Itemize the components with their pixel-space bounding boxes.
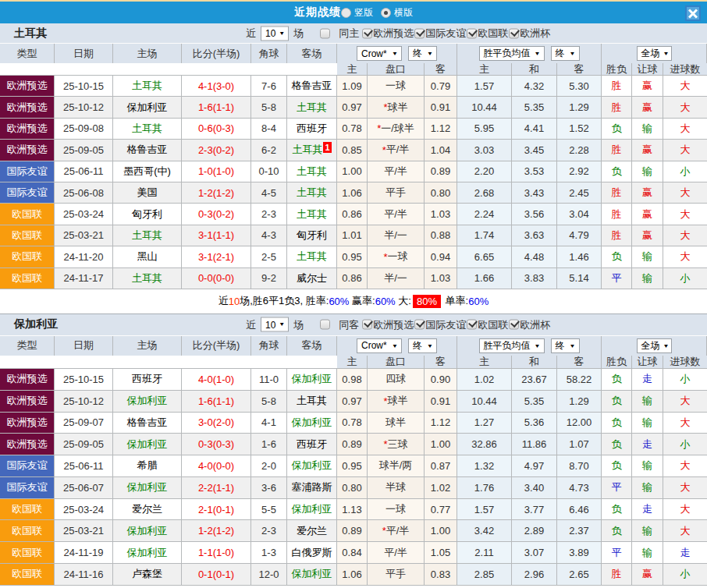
competition-label[interactable]: 欧洲杯	[520, 317, 550, 331]
cell-date: 24-11-19	[55, 542, 113, 563]
avg-source-select[interactable]: 胜平负均值▼	[479, 338, 545, 353]
odds-select-group: Crow*▼终▼	[337, 336, 457, 356]
horizontal-layout-radio[interactable]	[381, 8, 391, 18]
cell-result-handicap: 赢	[632, 97, 663, 117]
cell-result-handicap: 输	[632, 520, 663, 541]
cell-avg-home-odds: 6.65	[457, 246, 512, 267]
summary-part: 单率:	[442, 294, 468, 308]
competition-checkbox[interactable]	[414, 28, 425, 38]
competition-label[interactable]: 欧洲预选	[373, 27, 414, 41]
cell-result-goals: 走	[663, 542, 707, 563]
cell-corners: 8-4	[251, 119, 287, 139]
cell-avg-away-odds: 1.29	[557, 391, 602, 412]
cell-result-handicap: 输	[632, 477, 663, 498]
cell-avg-away-odds: 3.04	[557, 204, 602, 224]
table-row: 欧洲预选25-10-12保加利亚1-6(1-1)5-8土耳其0.97*球半0.9…	[0, 391, 707, 413]
odds-source-select[interactable]: Crow*▼	[357, 46, 402, 61]
same-side-checkbox[interactable]	[320, 320, 330, 330]
chevron-down-icon: ▼	[427, 50, 433, 56]
cell-avg-away-odds: 4.79	[557, 225, 602, 246]
chevron-down-icon: ▼	[663, 50, 670, 56]
cell-handicap-line: *平/半	[368, 520, 425, 541]
cell-result-goals: 大	[663, 499, 707, 520]
cell-date: 25-10-12	[55, 97, 113, 117]
cell-result-goals: 大	[663, 182, 707, 203]
cell-corners: 7-6	[251, 76, 287, 96]
cell-handicap-away-odds: 0.83	[425, 564, 457, 585]
cell-competition-type: 欧洲预选	[0, 119, 55, 139]
cell-result-handicap: 走	[632, 434, 663, 455]
cell-result-outcome: 平	[602, 542, 632, 563]
close-icon[interactable]	[685, 5, 701, 21]
sub-column-header: 客	[557, 356, 602, 368]
cell-handicap-line: 半/一	[368, 225, 425, 246]
competition-checkbox[interactable]	[362, 28, 372, 38]
competition-label[interactable]: 国际友谊	[425, 317, 466, 331]
vertical-layout-label[interactable]: 竖版	[354, 6, 373, 19]
summary-row: 近10场,胜6平1负3, 胜率:60% 赢率:60% 大:80% 单率:60%	[0, 289, 707, 313]
competition-checkbox[interactable]	[467, 320, 477, 330]
recent-count-select[interactable]: 10▼	[261, 317, 289, 332]
cell-away-team: 土耳其	[287, 161, 337, 182]
odds-select-group: Crow*▼终▼	[337, 44, 457, 63]
competition-checkbox[interactable]	[509, 320, 519, 330]
table-row: 欧国联24-11-19保加利亚1-1(1-0)1-3白俄罗斯0.84平/半1.0…	[0, 542, 707, 564]
sub-column-header: 和	[512, 356, 557, 368]
scope-select[interactable]: 全场▼	[637, 338, 672, 353]
cell-result-outcome: 负	[602, 369, 632, 390]
cell-avg-away-odds: 1.07	[557, 434, 602, 455]
competition-label[interactable]: 欧洲杯	[520, 27, 550, 41]
cell-home-team: 墨西哥(中)	[113, 161, 182, 182]
sub-column-header: 让球	[632, 356, 663, 368]
competition-checkbox[interactable]	[509, 28, 519, 38]
cell-avg-draw-odds: 23.67	[512, 369, 557, 390]
odds-time-select[interactable]: 终▼	[408, 46, 437, 61]
horizontal-layout-label[interactable]: 横版	[394, 6, 413, 19]
cell-avg-home-odds: 2.24	[457, 204, 512, 224]
cell-avg-home-odds: 2.68	[457, 182, 512, 203]
competition-label[interactable]: 欧国联	[478, 27, 508, 41]
cell-home-team: 卢森堡	[113, 564, 182, 585]
cell-away-team: 保加利亚	[287, 413, 337, 434]
cell-avg-away-odds: 4.73	[557, 477, 602, 498]
cell-score: 0-6(0-3)	[182, 119, 251, 139]
odds-time-select[interactable]: 终▼	[408, 338, 437, 353]
avg-time-select[interactable]: 终▼	[551, 46, 580, 61]
scope-select[interactable]: 全场▼	[637, 46, 672, 61]
competition-checkbox[interactable]	[467, 28, 477, 38]
competition-checkbox[interactable]	[414, 320, 425, 330]
chevron-down-icon: ▼	[392, 342, 398, 349]
same-side-label[interactable]: 同客	[339, 317, 359, 331]
avg-select-group: 胜平负均值▼终▼	[457, 44, 602, 63]
sub-column-header: 客	[425, 356, 457, 368]
vertical-layout-radio[interactable]	[341, 8, 351, 18]
competition-label[interactable]: 欧国联	[478, 317, 508, 331]
cell-score: 0-0(0-0)	[182, 268, 251, 289]
cell-home-team: 希腊	[113, 455, 182, 476]
cell-handicap-away-odds: 1.03	[425, 204, 457, 224]
scope-select-value: 全场	[641, 339, 660, 352]
competition-label[interactable]: 欧洲预选	[373, 317, 414, 331]
recent-count-select[interactable]: 10▼	[261, 26, 289, 41]
avg-time-select[interactable]: 终▼	[551, 338, 580, 353]
cell-handicap-line: 平/半	[368, 542, 425, 563]
cell-result-handicap: 赢	[632, 204, 663, 224]
cell-score: 3-0(2-0)	[182, 413, 251, 434]
cell-handicap-home-odds: 0.98	[337, 369, 368, 390]
competition-label[interactable]: 国际友谊	[425, 27, 466, 41]
odds-source-select[interactable]: Crow*▼	[357, 338, 402, 353]
avg-source-select[interactable]: 胜平负均值▼	[479, 46, 545, 61]
same-side-label[interactable]: 同主	[339, 27, 359, 41]
cell-corners: 3-6	[251, 477, 287, 498]
cell-date: 25-09-08	[55, 119, 113, 139]
cell-handicap-away-odds: 1.12	[425, 119, 457, 139]
avg-time-select-value: 终	[556, 339, 565, 352]
cell-result-goals: 大	[663, 391, 707, 412]
cell-corners: 2-3	[251, 204, 287, 224]
section-header: 土耳其近10▼场同主欧洲预选国际友谊欧国联欧洲杯	[0, 23, 707, 44]
cell-handicap-home-odds: 0.97	[337, 97, 368, 117]
competition-checkbox[interactable]	[362, 320, 372, 330]
cell-handicap-away-odds: 1.02	[425, 477, 457, 498]
same-side-checkbox[interactable]	[320, 28, 330, 38]
cell-result-outcome: 负	[602, 391, 632, 412]
